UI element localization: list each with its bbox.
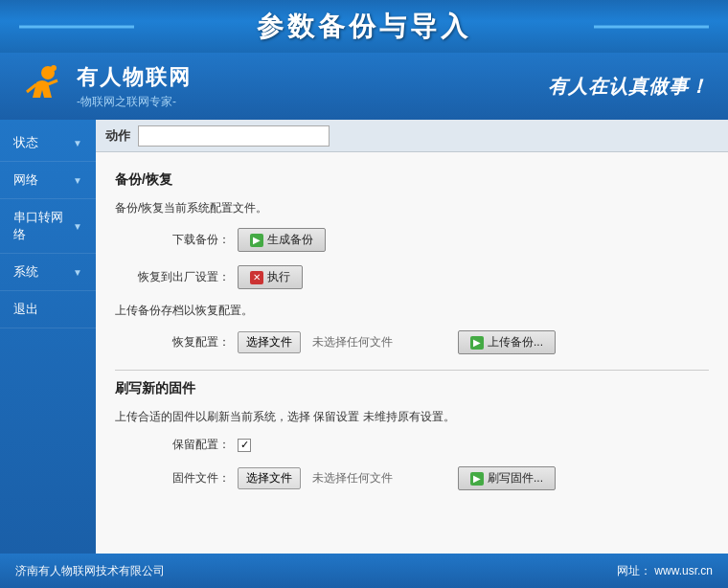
download-backup-row: 下载备份： ▶ 生成备份 bbox=[115, 228, 709, 252]
flash-firmware-button[interactable]: ▶ 刷写固件... bbox=[458, 466, 556, 490]
upload-backup-desc: 上传备份存档以恢复配置。 bbox=[115, 303, 709, 319]
flash-firmware-icon: ▶ bbox=[470, 472, 484, 486]
sidebar-item-serial-label: 串口转网络 bbox=[13, 209, 73, 243]
logo-left: 有人物联网 -物联网之联网专家- bbox=[19, 63, 192, 110]
keep-config-row: 保留配置： ✓ bbox=[115, 437, 709, 453]
footer-website-label: 网址： bbox=[617, 564, 651, 577]
generate-backup-icon: ▶ bbox=[250, 234, 263, 247]
action-bar: 动作 bbox=[96, 120, 728, 152]
firmware-section-title: 刷写新的固件 bbox=[115, 380, 709, 401]
upload-backup-icon: ▶ bbox=[470, 336, 484, 350]
content-area: 动作 备份/恢复 备份/恢复当前系统配置文件。 下载备份： ▶ 生成备份 恢复到… bbox=[96, 120, 728, 554]
sidebar-item-status-label: 状态 bbox=[13, 134, 38, 151]
restore-choose-file-button[interactable]: 选择文件 bbox=[238, 331, 301, 353]
footer: 济南有人物联网技术有限公司 网址： www.usr.cn bbox=[0, 554, 728, 588]
flash-firmware-label: 刷写固件... bbox=[488, 470, 543, 486]
sidebar-item-logout[interactable]: 退出 bbox=[0, 291, 96, 328]
footer-company: 济南有人物联网技术有限公司 bbox=[15, 563, 165, 579]
sidebar-item-system-label: 系统 bbox=[13, 263, 38, 281]
restore-factory-row: 恢复到出厂设置： ✕ 执行 bbox=[115, 265, 709, 289]
footer-website: 网址： www.usr.cn bbox=[617, 563, 713, 579]
svg-point-1 bbox=[51, 65, 57, 71]
backup-section-desc: 备份/恢复当前系统配置文件。 bbox=[115, 200, 709, 216]
footer-website-url: www.usr.cn bbox=[654, 564, 713, 577]
page-title: 参数备份与导入 bbox=[257, 9, 471, 45]
action-input[interactable] bbox=[138, 125, 330, 147]
firmware-file-row: 固件文件： 选择文件 未选择任何文件 ▶ 刷写固件... bbox=[115, 466, 709, 490]
restore-factory-btn-label: 执行 bbox=[267, 269, 290, 285]
sidebar: 状态 ▼ 网络 ▼ 串口转网络 ▼ 系统 ▼ 退出 bbox=[0, 120, 96, 554]
restore-config-label: 恢复配置： bbox=[115, 334, 230, 351]
sidebar-item-status[interactable]: 状态 ▼ bbox=[0, 124, 96, 162]
restore-config-row: 恢复配置： 选择文件 未选择任何文件 ▶ 上传备份... bbox=[115, 330, 709, 354]
upload-backup-button[interactable]: ▶ 上传备份... bbox=[458, 330, 556, 354]
restore-factory-label: 恢复到出厂设置： bbox=[115, 269, 230, 285]
generate-backup-button[interactable]: ▶ 生成备份 bbox=[238, 228, 326, 252]
restore-choose-file-label: 选择文件 bbox=[246, 335, 292, 349]
restore-factory-button[interactable]: ✕ 执行 bbox=[238, 265, 303, 289]
logo-tagline: -物联网之联网专家- bbox=[77, 94, 192, 110]
firmware-section-desc: 上传合适的固件以刷新当前系统，选择 保留设置 未维持原有设置。 bbox=[115, 409, 709, 425]
firmware-file-label: 固件文件： bbox=[115, 470, 230, 486]
logo-text-block: 有人物联网 -物联网之联网专家- bbox=[77, 63, 192, 110]
download-backup-label: 下载备份： bbox=[115, 232, 230, 248]
logo-slogan: 有人在认真做事！ bbox=[548, 74, 709, 100]
firmware-choose-file-button[interactable]: 选择文件 bbox=[238, 467, 301, 489]
sidebar-item-serial[interactable]: 串口转网络 ▼ bbox=[0, 199, 96, 254]
scroll-area[interactable]: 备份/恢复 备份/恢复当前系统配置文件。 下载备份： ▶ 生成备份 恢复到出厂设… bbox=[96, 152, 728, 554]
sidebar-item-logout-label: 退出 bbox=[13, 301, 38, 318]
company-name: 有人物联网 bbox=[77, 63, 192, 92]
sidebar-arrow-system: ▼ bbox=[73, 267, 82, 278]
top-header: 参数备份与导入 bbox=[0, 0, 728, 53]
sidebar-arrow-status: ▼ bbox=[73, 138, 82, 148]
restore-no-file-text: 未选择任何文件 bbox=[312, 334, 393, 351]
logo-bar: 有人物联网 -物联网之联网专家- 有人在认真做事！ bbox=[0, 53, 728, 120]
sidebar-arrow-serial: ▼ bbox=[73, 221, 82, 232]
keep-config-checkbox[interactable]: ✓ bbox=[238, 439, 251, 452]
generate-backup-label: 生成备份 bbox=[267, 232, 313, 248]
keep-config-label: 保留配置： bbox=[115, 437, 230, 453]
logo-icon bbox=[19, 63, 65, 109]
sidebar-item-system[interactable]: 系统 ▼ bbox=[0, 254, 96, 291]
firmware-choose-file-label: 选择文件 bbox=[246, 471, 292, 485]
sidebar-item-network[interactable]: 网络 ▼ bbox=[0, 162, 96, 199]
sidebar-arrow-network: ▼ bbox=[73, 175, 82, 186]
restore-factory-icon: ✕ bbox=[250, 271, 263, 284]
section-divider bbox=[115, 370, 709, 371]
main-layout: 状态 ▼ 网络 ▼ 串口转网络 ▼ 系统 ▼ 退出 动作 备份/恢复 bbox=[0, 120, 728, 554]
action-bar-label: 动作 bbox=[105, 127, 130, 145]
upload-backup-label: 上传备份... bbox=[488, 334, 543, 351]
sidebar-item-network-label: 网络 bbox=[13, 171, 38, 189]
firmware-no-file-text: 未选择任何文件 bbox=[312, 470, 393, 486]
backup-section-title: 备份/恢复 bbox=[115, 171, 709, 192]
